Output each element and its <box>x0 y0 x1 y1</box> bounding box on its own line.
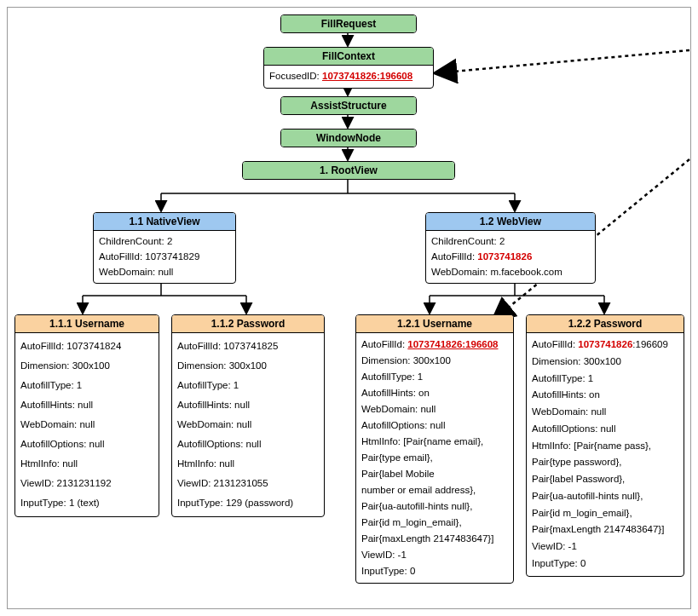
node-title: 1.1.2 Password <box>172 315 324 333</box>
focusedid-label: FocusedID: <box>269 71 322 81</box>
autofillid-highlight: 1073741826 <box>578 339 632 349</box>
text: WebDomain: m.facebook.com <box>431 267 562 277</box>
node-fillrequest: FillRequest <box>280 14 417 33</box>
node-body: AutoFillId: 1073741826:196609 Dimension:… <box>527 333 684 576</box>
node-body: ChildrenCount: 2 AutoFillId: 1073741826 … <box>426 231 595 283</box>
node-122-password: 1.2.2 Password AutoFillId: 1073741826:19… <box>526 314 684 577</box>
node-title: 1.1 NativeView <box>94 213 235 231</box>
diagram-canvas: FillRequest FillContext FocusedID: 10737… <box>7 7 691 609</box>
node-111-username: 1.1.1 Username AutoFillId: 1073741824 Di… <box>14 314 159 517</box>
node-112-password: 1.1.2 Password AutoFillId: 1073741825 Di… <box>171 314 325 517</box>
node-title: 1.2 WebView <box>426 213 595 231</box>
node-windownode: WindowNode <box>280 129 417 147</box>
text: :196609 <box>632 339 668 349</box>
node-title: 1. RootView <box>243 162 454 179</box>
node-title: WindowNode <box>281 130 416 147</box>
autofillid-highlight: 1073741826:196608 <box>407 339 498 349</box>
node-body: AutoFillId: 1073741825 Dimension: 300x10… <box>172 333 324 516</box>
node-121-username: 1.2.1 Username AutoFillId: 1073741826:19… <box>355 314 514 584</box>
node-fillcontext: FillContext FocusedID: 1073741826:196608 <box>263 47 434 89</box>
text: AutoFillId: <box>361 339 407 349</box>
node-nativeview: 1.1 NativeView ChildrenCount: 2 AutoFill… <box>93 212 236 284</box>
node-body: AutoFillId: 1073741826:196608 Dimension:… <box>356 333 513 583</box>
node-body: ChildrenCount: 2 AutoFillId: 1073741829 … <box>94 231 235 283</box>
node-rootview: 1. RootView <box>242 161 455 180</box>
text: Dimension: 300x100 AutofillType: 1 Autof… <box>361 355 493 576</box>
svg-line-16 <box>434 50 689 73</box>
autofillid-highlight: 1073741826 <box>477 251 532 262</box>
node-title: 1.1.1 Username <box>15 315 159 333</box>
focusedid-value: 1073741826:196608 <box>322 71 412 81</box>
node-title: 1.2.1 Username <box>356 315 513 333</box>
text: AutoFillId: <box>532 339 578 349</box>
text: Dimension: 300x100 AutofillType: 1 Autof… <box>532 356 664 568</box>
node-assiststructure: AssistStructure <box>280 96 417 115</box>
node-title: FillRequest <box>281 15 416 32</box>
node-title: FillContext <box>264 48 433 66</box>
fillcontext-body: FocusedID: 1073741826:196608 <box>264 66 433 88</box>
node-webview: 1.2 WebView ChildrenCount: 2 AutoFillId:… <box>425 212 596 284</box>
node-body: AutoFillId: 1073741824 Dimension: 300x10… <box>15 333 159 516</box>
node-title: AssistStructure <box>281 97 416 114</box>
node-title: 1.2.2 Password <box>527 315 684 333</box>
